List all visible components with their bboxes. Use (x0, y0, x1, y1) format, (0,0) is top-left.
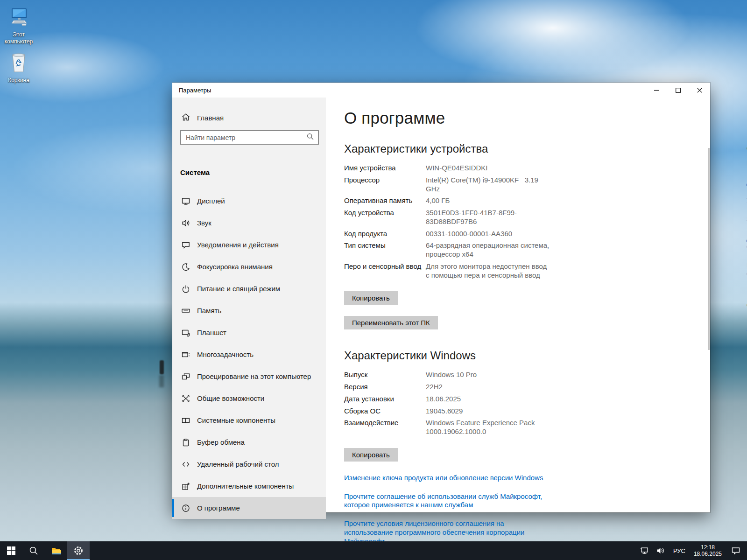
sidebar-item-label: Дисплей (197, 197, 225, 205)
spec-value: 22H2 (426, 383, 443, 392)
info-icon (181, 504, 190, 513)
settings-search-input[interactable] (181, 134, 307, 141)
spec-row-ram: Оперативная память 4,00 ГБ (344, 196, 596, 205)
spec-row-edition: Выпуск Windows 10 Pro (344, 371, 596, 379)
vertical-scrollbar[interactable] (708, 148, 710, 350)
spec-value: 64-разрядная операционная система, проце… (426, 241, 550, 259)
spec-value: WIN-QE04ESIDDKI (426, 164, 488, 173)
sidebar-item-label: Общие возможности (197, 394, 264, 402)
sidebar-item-notifications[interactable]: Уведомления и действия (172, 234, 326, 256)
display-icon (181, 196, 190, 206)
tablet-icon (181, 328, 190, 337)
sidebar-item-label: Планшет (197, 329, 226, 336)
sidebar-item-power-sleep[interactable]: Питание и спящий режим (172, 278, 326, 300)
sidebar-item-multitasking[interactable]: Многозадачность (172, 343, 326, 365)
spec-label: Оперативная память (344, 196, 426, 205)
sidebar-section-label: Система (180, 168, 210, 176)
system-components-icon (181, 416, 190, 425)
sidebar-item-system-components[interactable]: Системные компоненты (172, 409, 326, 431)
spec-label: Версия (344, 383, 426, 392)
clipboard-icon (181, 438, 190, 447)
sidebar-item-label: Фокусировка внимания (197, 263, 273, 271)
sidebar-item-display[interactable]: Дисплей (172, 190, 326, 212)
spec-row-device-name: Имя устройства WIN-QE04ESIDDKI (344, 164, 596, 173)
desktop-icon-label: Этот компьютер (5, 31, 33, 45)
network-icon[interactable] (637, 541, 653, 560)
spec-value: 4,00 ГБ (426, 196, 450, 205)
copy-device-specs-button[interactable]: Копировать (344, 291, 398, 305)
sidebar-item-label: Питание и спящий режим (197, 285, 280, 293)
spec-value: Для этого монитора недоступен ввод с пом… (426, 262, 550, 280)
sidebar-item-home[interactable]: Главная (172, 108, 326, 127)
spec-label: Процессор (344, 176, 426, 194)
sidebar-item-storage[interactable]: Память (172, 300, 326, 322)
sidebar-item-focus-assist[interactable]: Фокусировка внимания (172, 256, 326, 278)
settings-search-box[interactable] (180, 130, 319, 145)
spec-value: Windows Feature Experience Pack 1000.190… (426, 419, 538, 436)
spec-row-install-date: Дата установки 18.06.2025 (344, 395, 596, 404)
spec-row-processor: Процессор Intel(R) Core(TM) i9-14900KF 3… (344, 176, 596, 194)
sidebar-item-label: Многозадачность (197, 350, 254, 358)
spec-label: Выпуск (344, 371, 426, 379)
sidebar-item-sound[interactable]: Звук (172, 212, 326, 234)
sidebar-item-tablet[interactable]: Планшет (172, 322, 326, 343)
action-center-icon[interactable] (726, 546, 747, 555)
language-indicator[interactable]: РУС (669, 547, 690, 554)
spec-row-experience: Взаимодействие Windows Feature Experienc… (344, 419, 596, 436)
spec-label: Перо и сенсорный ввод (344, 262, 426, 280)
copy-windows-specs-button[interactable]: Копировать (344, 448, 398, 462)
multitasking-icon (181, 350, 190, 359)
beach-person-silhouette (160, 360, 164, 374)
search-icon[interactable] (307, 133, 314, 142)
sidebar-item-shared-experiences[interactable]: Общие возможности (172, 387, 326, 409)
taskbar-search-button[interactable] (22, 541, 45, 560)
sidebar-item-label: Системные компоненты (197, 416, 275, 424)
window-title: Параметры (179, 87, 211, 94)
spec-row-os-build: Сборка ОС 19045.6029 (344, 407, 596, 416)
sidebar-item-label: Буфер обмена (197, 438, 245, 446)
sidebar-item-label: Проецирование на этот компьютер (197, 372, 311, 380)
rename-pc-button[interactable]: Переименовать этот ПК (344, 316, 438, 329)
spec-value: 18.06.2025 (426, 395, 461, 404)
taskbar: РУС 12:18 18.06.2025 (0, 541, 747, 560)
sidebar-item-remote-desktop[interactable]: Удаленный рабочий стол (172, 453, 326, 475)
spec-row-pen-touch: Перо и сенсорный ввод Для этого монитора… (344, 262, 596, 280)
desktop-wallpaper: Этот компьютер Корзина Параметры (0, 0, 747, 560)
desktop-icon-recycle-bin[interactable]: Корзина (0, 51, 37, 84)
moon-icon (181, 262, 190, 272)
spec-value: 00331-10000-00001-AA360 (426, 230, 512, 238)
sidebar-item-clipboard[interactable]: Буфер обмена (172, 431, 326, 453)
spec-label: Тип системы (344, 241, 426, 259)
settings-taskbar-button[interactable] (67, 541, 90, 560)
sidebar-item-about[interactable]: О программе (172, 497, 326, 519)
file-explorer-button[interactable] (45, 541, 67, 560)
taskbar-clock[interactable]: 12:18 18.06.2025 (690, 544, 726, 557)
sidebar-item-optional-features[interactable]: Дополнительные компоненты (172, 475, 326, 497)
system-tray: РУС 12:18 18.06.2025 (637, 541, 747, 560)
spec-row-version: Версия 22H2 (344, 383, 596, 392)
spec-value: 3501E0D3-1FF0-41B7-8F99-83D88BDF97B6 (426, 209, 566, 226)
spec-label: Дата установки (344, 395, 426, 404)
titlebar[interactable]: Параметры (172, 83, 710, 98)
minimize-button[interactable] (646, 83, 667, 98)
spec-label: Имя устройства (344, 164, 426, 173)
spec-row-device-id: Код устройства 3501E0D3-1FF0-41B7-8F99-8… (344, 209, 596, 226)
services-agreement-link[interactable]: Прочтите соглашение об использовании слу… (344, 492, 552, 510)
sidebar-item-label: Дополнительные компоненты (197, 482, 294, 490)
sidebar-item-label: Уведомления и действия (197, 241, 279, 249)
start-button[interactable] (0, 541, 22, 560)
sidebar-list: Дисплей Звук Уведомления и действия (172, 190, 326, 519)
desktop-icon-this-pc[interactable]: Этот компьютер (0, 7, 37, 45)
maximize-button[interactable] (667, 83, 689, 98)
this-pc-icon (0, 7, 37, 30)
sidebar-item-label: Память (197, 307, 221, 315)
change-product-key-link[interactable]: Изменение ключа продукта или обновление … (344, 474, 552, 483)
spec-value: Intel(R) Core(TM) i9-14900KF 3.19 GHz (426, 176, 550, 194)
sidebar-item-projecting[interactable]: Проецирование на этот компьютер (172, 365, 326, 387)
settings-content: О программе Характеристики устройства Им… (326, 98, 710, 512)
settings-sidebar: Главная Система Дисплей (172, 98, 326, 512)
close-button[interactable] (689, 83, 710, 98)
volume-icon[interactable] (653, 541, 669, 560)
windows-specs-title: Характеристики Windows (344, 349, 596, 362)
spec-label: Код продукта (344, 230, 426, 238)
